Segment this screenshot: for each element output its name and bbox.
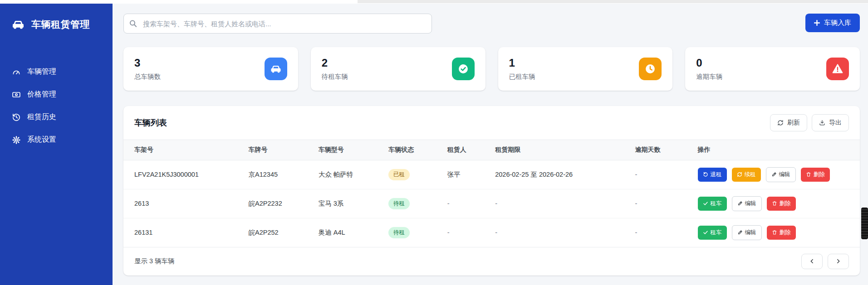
cell-actions: 租车 编辑 删除 [687, 189, 860, 218]
edit-label: 编辑 [745, 229, 756, 237]
cell-plate: 京A12345 [238, 160, 308, 189]
prev-page-button[interactable] [801, 254, 823, 269]
stat-label: 总车辆数 [134, 72, 161, 81]
add-vehicle-button[interactable]: 车辆入库 [805, 14, 860, 32]
row-count-summary: 显示 3 辆车辆 [134, 257, 175, 266]
app-window: 车辆租赁管理 车辆管理 价格管理 租赁历史 [0, 4, 868, 285]
cell-vin: 26131 [123, 218, 238, 247]
edit-label: 编辑 [745, 200, 756, 208]
cell-vin: LFV2A21K5J3000001 [123, 160, 238, 189]
cell-period: - [484, 218, 624, 247]
chevron-left-icon [809, 258, 815, 264]
download-icon [819, 120, 825, 126]
stat-value: 2 [322, 57, 348, 69]
column-header-vin: 车架号 [123, 140, 238, 160]
edit-button[interactable]: 编辑 [732, 196, 762, 211]
cell-plate: 皖A2P252 [238, 218, 308, 247]
delete-button[interactable]: 删除 [801, 168, 830, 182]
refresh-label: 刷新 [787, 119, 800, 127]
edit-button[interactable]: 编辑 [732, 225, 762, 240]
search-icon [129, 20, 137, 28]
check-icon [703, 201, 708, 206]
sidebar-item-system-settings[interactable]: 系统设置 [0, 130, 113, 150]
status-badge: 待租 [388, 227, 410, 238]
cell-plate: 皖A2P2232 [238, 189, 308, 218]
window-top-strip [0, 0, 868, 4]
sidebar-menu: 车辆管理 价格管理 租赁历史 系统设置 [0, 62, 113, 150]
cell-status: 待租 [378, 218, 436, 247]
panel-title: 车辆列表 [134, 117, 167, 128]
cell-overdue: - [624, 160, 687, 189]
chevron-right-icon [835, 258, 841, 264]
check-circle-icon [452, 58, 475, 80]
stat-label: 已租车辆 [509, 72, 535, 81]
refresh-button[interactable]: 刷新 [770, 114, 807, 131]
cell-status: 待租 [378, 189, 436, 218]
sidebar-item-label: 租赁历史 [27, 112, 56, 122]
sidebar-item-price-management[interactable]: 价格管理 [0, 84, 113, 105]
cell-model: 宝马 3系 [308, 189, 378, 218]
table-header-row: 车架号 车牌号 车辆型号 车辆状态 租赁人 租赁期限 逾期天数 操作 [123, 140, 860, 160]
pencil-icon [737, 201, 743, 206]
renew-button[interactable]: 续租 [732, 168, 761, 182]
cell-renter: 张平 [436, 160, 484, 189]
rent-button[interactable]: 租车 [698, 226, 727, 240]
brand-title: 车辆租赁管理 [31, 18, 90, 31]
status-badge: 待租 [388, 198, 410, 209]
export-label: 导出 [829, 119, 842, 127]
sidebar-item-label: 系统设置 [27, 135, 56, 145]
panel-header: 车辆列表 刷新 导出 [123, 106, 860, 140]
table-row: LFV2A21K5J3000001 京A12345 大众 帕萨特 已租 张平 2… [123, 160, 860, 189]
pencil-icon [737, 230, 743, 235]
sidebar-item-rental-history[interactable]: 租赁历史 [0, 107, 113, 127]
vehicle-table: 车架号 车牌号 车辆型号 车辆状态 租赁人 租赁期限 逾期天数 操作 LFV2A… [123, 140, 860, 247]
cell-status: 已租 [378, 160, 436, 189]
next-page-button[interactable] [828, 254, 849, 269]
sidebar: 车辆租赁管理 车辆管理 价格管理 租赁历史 [0, 4, 113, 285]
main-content: 车辆入库 3 总车辆数 2 待租车辆 [113, 4, 868, 285]
cell-overdue: - [624, 218, 687, 247]
stat-card-total: 3 总车辆数 [123, 47, 298, 91]
trash-icon [772, 230, 777, 235]
plus-icon [814, 20, 820, 26]
clock-icon [639, 58, 662, 80]
stat-card-available: 2 待租车辆 [311, 47, 485, 91]
stat-label: 逾期车辆 [696, 72, 722, 81]
delete-button[interactable]: 删除 [767, 226, 796, 240]
return-button[interactable]: 退租 [698, 168, 727, 182]
banknote-icon [12, 90, 21, 99]
column-header-actions: 操作 [687, 140, 860, 160]
rent-label: 租车 [711, 200, 722, 208]
car-logo-icon [11, 17, 25, 32]
add-vehicle-label: 车辆入库 [824, 19, 851, 27]
stats-row: 3 总车辆数 2 待租车辆 1 已租车辆 [123, 47, 860, 91]
status-badge: 已租 [388, 169, 410, 180]
sidebar-item-vehicle-management[interactable]: 车辆管理 [0, 62, 113, 82]
stat-card-rented: 1 已租车辆 [498, 47, 673, 91]
delete-label: 删除 [780, 229, 791, 237]
column-header-model: 车辆型号 [308, 140, 378, 160]
table-footer: 显示 3 辆车辆 [123, 247, 860, 275]
check-icon [703, 230, 708, 235]
delete-button[interactable]: 删除 [767, 197, 796, 211]
refresh-icon [777, 120, 784, 126]
rent-label: 租车 [711, 229, 722, 237]
renew-label: 续租 [745, 171, 756, 179]
cell-model: 大众 帕萨特 [308, 160, 378, 189]
column-header-period: 租赁期限 [484, 140, 624, 160]
rent-button[interactable]: 租车 [698, 197, 727, 211]
export-button[interactable]: 导出 [812, 114, 849, 131]
cell-renter: - [436, 189, 484, 218]
vertical-scrollbar-thumb[interactable] [861, 208, 868, 239]
cell-actions: 退租 续租 编辑 删除 [687, 160, 860, 189]
edit-label: 编辑 [779, 171, 790, 179]
delete-label: 删除 [814, 171, 825, 179]
cell-vin: 2613 [123, 189, 238, 218]
column-header-renter: 租赁人 [436, 140, 484, 160]
undo-icon [703, 172, 708, 177]
return-label: 退租 [711, 171, 722, 179]
edit-button[interactable]: 编辑 [766, 167, 796, 182]
sidebar-item-label: 价格管理 [27, 90, 56, 99]
search-input[interactable] [123, 14, 432, 34]
gauge-icon [12, 68, 21, 77]
